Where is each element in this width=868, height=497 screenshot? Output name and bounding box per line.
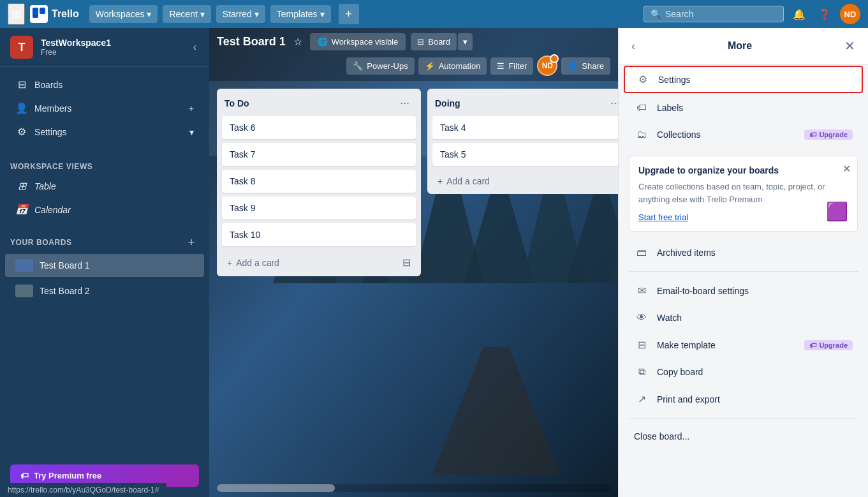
card-task8[interactable]: Task 8 (222, 170, 416, 193)
collections-upgrade-badge: 🏷 Upgrade (804, 130, 853, 140)
panel-title: More (728, 40, 752, 52)
members-label: Members (34, 103, 71, 114)
sidebar-item-members[interactable]: 👤 Members + (5, 97, 204, 119)
workspaces-btn[interactable]: Workspaces ▾ (89, 5, 158, 23)
panel-make-template[interactable]: ⊟ Make template 🏷 Upgrade (624, 332, 863, 357)
card-task6[interactable]: Task 6 (222, 116, 416, 139)
upgrade-icon: 🏷 (809, 131, 816, 138)
your-boards-header: Your boards + (0, 227, 209, 253)
template-card-icon: ⊟ (402, 256, 411, 269)
logo-text: Trello (52, 8, 79, 20)
filter-btn[interactable]: ☰ Filter (490, 57, 533, 75)
upgrade-box-title: Upgrade to organize your boards (638, 165, 848, 175)
automation-btn[interactable]: ⚡ Automation (418, 57, 487, 75)
chevron-down-icon: ▾ (147, 9, 151, 19)
list-todo-header: To Do ··· (217, 89, 421, 114)
create-btn[interactable]: + (339, 4, 359, 24)
panel-archived-items[interactable]: 🗃 Archived items (624, 241, 863, 265)
boards-label: Boards (34, 80, 63, 90)
watch-label: Watch (657, 313, 853, 323)
panel-divider-2 (629, 418, 858, 419)
power-ups-label: Power-Ups (367, 61, 408, 71)
try-premium-label: Try Premium free (34, 471, 101, 480)
list-todo-menu-btn[interactable]: ··· (396, 95, 413, 111)
sidebar-item-table[interactable]: ⊞ Table (5, 175, 204, 197)
power-ups-btn[interactable]: 🔧 Power-Ups (346, 57, 414, 75)
sidebar-header: T TestWorkspace1 Free ‹ (0, 28, 209, 67)
recent-btn[interactable]: Recent ▾ (163, 5, 210, 23)
chevron-down-icon: ▾ (254, 9, 259, 19)
add-member-btn[interactable]: + (189, 103, 194, 114)
card-task7[interactable]: Task 7 (222, 143, 416, 166)
settings-label: Settings (34, 127, 67, 137)
panel-copy-board[interactable]: ⧉ Copy board (624, 360, 863, 384)
add-card-doing-btn[interactable]: + Add a card (430, 171, 618, 191)
sidebar-board-item-2[interactable]: Test Board 2 (5, 279, 204, 302)
sidebar-collapse-btn[interactable]: ‹ (191, 39, 199, 56)
archive-icon: 🗃 (634, 247, 649, 258)
card-task4[interactable]: Task 4 (432, 116, 618, 139)
workspace-avatar: T (10, 36, 33, 59)
panel-settings-item[interactable]: ⚙ Settings (624, 66, 863, 93)
panel-print-export[interactable]: ↗ Print and export (624, 387, 863, 412)
add-icon: + (227, 258, 232, 268)
notification-btn[interactable]: 🔔 (789, 4, 809, 24)
search-bar[interactable]: 🔍 Search (644, 6, 784, 22)
board-scrollbar[interactable] (217, 484, 610, 492)
settings-label: Settings (658, 75, 851, 85)
board-visibility-btn[interactable]: 🌐 Workspace visible (310, 33, 406, 50)
add-board-btn[interactable]: + (184, 235, 199, 250)
list-doing-menu-btn[interactable]: ··· (607, 95, 618, 111)
upgrade-box-close-btn[interactable]: ✕ (842, 163, 851, 175)
sidebar-item-settings[interactable]: ⚙ Settings ▾ (5, 121, 204, 143)
board-view-caret[interactable]: ▾ (458, 33, 473, 50)
board-view-btn[interactable]: ⊟ Board (411, 33, 457, 50)
panel-collections-item[interactable]: 🗂 Collections 🏷 Upgrade (624, 122, 863, 147)
board-star-btn[interactable]: ☆ (291, 33, 305, 50)
panel-close-board[interactable]: Close board... (624, 425, 863, 448)
boards-icon: ⊟ (15, 78, 28, 91)
close-board-label: Close board... (634, 431, 853, 441)
panel-labels-item[interactable]: 🏷 Labels (624, 96, 863, 120)
help-btn[interactable]: ❓ (814, 4, 835, 24)
right-panel: ‹ More ✕ ⚙ Settings 🏷 Labels 🗂 Collectio… (618, 28, 868, 497)
user-avatar[interactable]: ND (840, 4, 860, 24)
board-name-2: Test Board 2 (40, 286, 90, 296)
panel-back-btn[interactable]: ‹ (629, 37, 638, 56)
templates-btn[interactable]: Templates ▾ (270, 5, 331, 23)
start-free-trial-link[interactable]: Start free trial (638, 212, 688, 222)
workspace-info: TestWorkspace1 Free (41, 38, 183, 57)
panel-watch[interactable]: 👁 Watch (624, 306, 863, 330)
status-bar: https://trello.com/b/yAu3QGoD/test-board… (0, 483, 166, 497)
board-thumb-2 (15, 285, 33, 297)
upgrade-icon-2: 🏷 (809, 341, 816, 349)
collections-label: Collections (657, 130, 797, 140)
share-btn[interactable]: 👤 Share (561, 57, 610, 75)
add-card-todo-btn[interactable]: + Add a card ⊟ (219, 251, 418, 274)
sidebar-nav: ⊟ Boards 👤 Members + ⚙ Settings ▾ (0, 67, 209, 149)
chevron-down-icon: ▾ (320, 9, 325, 19)
panel-close-btn[interactable]: ✕ (842, 36, 858, 56)
member-initials: ND (542, 61, 553, 70)
add-card-doing-label: Add a card (446, 176, 490, 186)
status-url: https://trello.com/b/yAu3QGoD/test-board… (8, 486, 159, 494)
card-task9[interactable]: Task 9 (222, 197, 416, 219)
svg-rect-1 (33, 8, 38, 18)
card-task5[interactable]: Task 5 (432, 143, 618, 166)
board-member-avatar[interactable]: ND (537, 56, 557, 76)
board-title: Test Board 1 (217, 35, 286, 48)
grid-icon[interactable]: ⊞ (8, 3, 25, 25)
logo[interactable]: Trello (30, 5, 79, 23)
board-thumb-1 (15, 259, 33, 272)
sidebar-item-calendar[interactable]: 📅 Calendar (5, 198, 204, 221)
card-task10[interactable]: Task 10 (222, 223, 416, 246)
premium-badge-icon: 🟪 (826, 201, 848, 222)
workspace-plan: Free (41, 48, 183, 57)
sidebar-board-item-1[interactable]: Test Board 1 (5, 254, 204, 277)
sidebar-item-boards[interactable]: ⊟ Boards (5, 73, 204, 96)
member-badge (550, 54, 559, 63)
starred-btn[interactable]: Starred ▾ (216, 5, 265, 23)
table-icon: ⊞ (15, 180, 28, 192)
workspace-visible-icon: 🌐 (318, 37, 328, 47)
panel-email-to-board[interactable]: ✉ Email-to-board settings (624, 278, 863, 303)
